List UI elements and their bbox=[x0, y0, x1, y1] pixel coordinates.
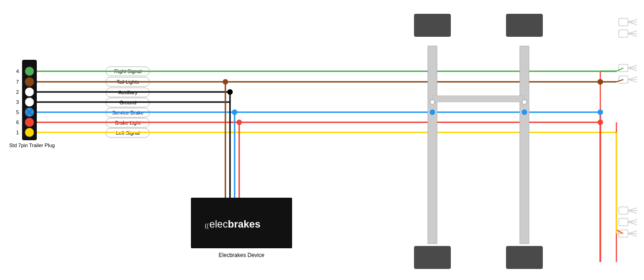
svg-text:1: 1 bbox=[16, 130, 19, 135]
svg-line-78 bbox=[628, 65, 637, 68]
svg-rect-40 bbox=[432, 96, 524, 102]
svg-point-2 bbox=[25, 77, 34, 86]
wiring-diagram: 4 7 2 3 5 6 1 Right Signal Tail Lights A… bbox=[0, 0, 644, 280]
svg-rect-73 bbox=[619, 30, 628, 37]
svg-point-66 bbox=[598, 79, 603, 85]
svg-line-76 bbox=[628, 34, 637, 36]
svg-point-46 bbox=[522, 109, 527, 115]
svg-rect-89 bbox=[619, 218, 628, 226]
svg-point-3 bbox=[25, 87, 34, 97]
svg-line-74 bbox=[628, 31, 637, 34]
svg-point-4 bbox=[25, 97, 34, 107]
svg-rect-69 bbox=[619, 18, 628, 26]
svg-text:((: (( bbox=[205, 222, 209, 229]
svg-line-90 bbox=[628, 219, 637, 222]
svg-point-47 bbox=[430, 100, 435, 104]
svg-line-88 bbox=[628, 211, 637, 213]
svg-text:4: 4 bbox=[16, 69, 19, 74]
svg-point-56 bbox=[223, 79, 228, 85]
svg-text:5: 5 bbox=[16, 109, 19, 115]
svg-rect-42 bbox=[506, 14, 543, 37]
svg-line-82 bbox=[628, 77, 637, 80]
svg-point-58 bbox=[232, 109, 237, 115]
svg-line-70 bbox=[628, 19, 637, 22]
svg-line-94 bbox=[628, 231, 637, 234]
svg-point-59 bbox=[236, 120, 242, 125]
svg-line-72 bbox=[628, 22, 637, 25]
svg-point-7 bbox=[25, 128, 34, 137]
svg-point-1 bbox=[25, 67, 34, 76]
svg-point-48 bbox=[522, 100, 527, 104]
svg-text:2: 2 bbox=[16, 89, 19, 95]
svg-rect-85 bbox=[619, 207, 628, 214]
svg-line-80 bbox=[628, 68, 637, 71]
svg-point-68 bbox=[598, 120, 603, 125]
svg-rect-41 bbox=[414, 14, 451, 37]
svg-point-6 bbox=[25, 118, 34, 127]
elecbrakes-device-label: Elecbrakes Device bbox=[191, 252, 292, 258]
svg-text:6: 6 bbox=[16, 120, 19, 125]
svg-rect-38 bbox=[428, 46, 437, 244]
svg-text:elecbrakes: elecbrakes bbox=[209, 218, 260, 230]
svg-line-92 bbox=[628, 222, 637, 225]
svg-rect-39 bbox=[520, 46, 529, 244]
svg-line-86 bbox=[628, 208, 637, 211]
svg-point-67 bbox=[598, 109, 603, 115]
svg-rect-44 bbox=[506, 246, 543, 269]
svg-text:3: 3 bbox=[16, 99, 19, 105]
svg-point-45 bbox=[430, 109, 435, 115]
svg-point-57 bbox=[227, 89, 233, 95]
trailer-plug-label: Std 7pin Trailer Plug bbox=[9, 143, 55, 148]
svg-line-84 bbox=[628, 80, 637, 82]
svg-text:7: 7 bbox=[16, 79, 19, 85]
svg-rect-43 bbox=[414, 246, 451, 269]
svg-line-96 bbox=[628, 234, 637, 236]
